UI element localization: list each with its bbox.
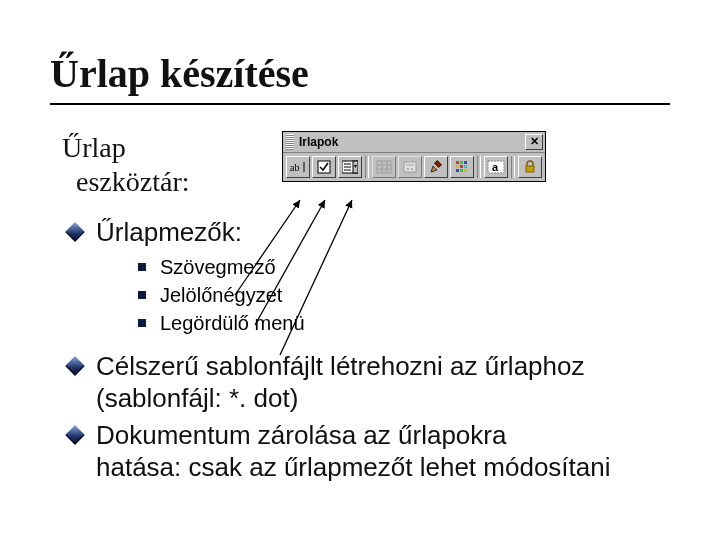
svg-rect-22	[460, 165, 463, 168]
list-item: Legördülő menü	[138, 311, 680, 336]
svg-rect-21	[456, 165, 459, 168]
bullet-icon	[65, 356, 85, 376]
forms-toolbar: Irlapok ✕ ab	[282, 131, 546, 182]
svg-rect-8	[377, 161, 391, 173]
lock-icon[interactable]	[518, 156, 542, 178]
svg-rect-25	[460, 169, 463, 172]
toolbar-label: Űrlap eszköztár:	[62, 131, 252, 198]
svg-rect-13	[404, 162, 416, 172]
properties-icon[interactable]	[398, 156, 422, 178]
svg-rect-24	[456, 169, 459, 172]
bullet-icon	[138, 263, 146, 271]
svg-point-14	[407, 168, 409, 170]
grid-icon[interactable]	[450, 156, 474, 178]
text-field-icon[interactable]: ab	[286, 156, 310, 178]
table-icon[interactable]	[372, 156, 396, 178]
bullet-icon	[138, 319, 146, 327]
toolbar-title: Irlapok	[297, 135, 523, 149]
page-title: Űrlap készítése	[50, 50, 670, 105]
lock-note: Dokumentum zárolása az űrlapokra hatása:…	[96, 419, 611, 484]
draw-icon[interactable]	[424, 156, 448, 178]
bullet-icon	[138, 291, 146, 299]
svg-rect-23	[464, 165, 467, 168]
bullet-icon	[65, 222, 85, 242]
close-icon[interactable]: ✕	[525, 134, 543, 150]
svg-point-15	[411, 168, 413, 170]
svg-rect-19	[460, 161, 463, 164]
svg-rect-26	[464, 169, 467, 172]
svg-rect-2	[318, 161, 330, 173]
svg-text:ab: ab	[290, 162, 299, 173]
checkbox-icon[interactable]	[312, 156, 336, 178]
svg-rect-29	[526, 166, 534, 172]
fields-heading: Űrlapmezők:	[96, 216, 242, 249]
toolbar-grip-icon[interactable]	[286, 134, 294, 150]
svg-rect-17	[434, 160, 441, 167]
shade-toggle-icon[interactable]: a	[484, 156, 508, 178]
bullet-icon	[65, 425, 85, 445]
list-item: Szövegmező	[138, 255, 680, 280]
template-note: Célszerű sablonfájlt létrehozni az űrlap…	[96, 350, 585, 415]
svg-rect-18	[456, 161, 459, 164]
svg-text:a: a	[492, 161, 499, 173]
dropdown-icon[interactable]	[338, 156, 362, 178]
svg-rect-20	[464, 161, 467, 164]
list-item: Jelölőnégyzet	[138, 283, 680, 308]
